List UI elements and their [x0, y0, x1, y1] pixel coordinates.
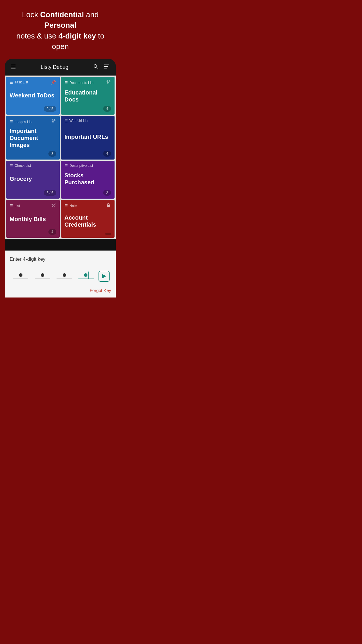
card-type: ☰ Note [64, 204, 77, 208]
card-badge: 3 [48, 151, 56, 157]
list-icon: ☰ [10, 164, 13, 168]
pin-dot-1 [19, 273, 22, 277]
card-documents-list[interactable]: ☰ Documents List Educational Docs 4 [61, 77, 115, 115]
hero-text: Lock Confidential and Personalnotes & us… [0, 0, 121, 59]
card-header: ☰ Documents List [64, 80, 111, 86]
pin-underline-1 [13, 279, 28, 279]
pin-submit-button[interactable] [97, 269, 111, 283]
card-badge [105, 233, 111, 235]
card-title: Stocks Purchased [64, 168, 111, 190]
card-type: ☰ Documents List [64, 80, 94, 85]
list-icon: ☰ [10, 204, 13, 208]
list-icon: ☰ [64, 119, 68, 123]
card-monthly-bills[interactable]: ☰ List Monthly Bills 4 [6, 200, 60, 238]
list-icon: ☰ [10, 80, 13, 85]
overlay-dim [5, 239, 116, 251]
card-header: ☰ Web Url List [64, 119, 111, 123]
svg-point-0 [94, 64, 97, 67]
card-type: ☰ Images List [10, 120, 32, 124]
card-badge: 4 [103, 151, 111, 157]
card-type: ☰ Task List [10, 80, 28, 85]
pin-field-4[interactable] [75, 273, 97, 279]
svg-rect-6 [107, 205, 110, 207]
card-header: ☰ Descriptive List [64, 164, 111, 168]
card-images-list[interactable]: ☰ Images List Important Document Images … [6, 116, 60, 160]
pin-underline-2 [35, 279, 50, 279]
search-icon[interactable] [92, 62, 100, 72]
list-icon: ☰ [64, 164, 68, 168]
card-title: Important Document Images [10, 125, 56, 151]
card-title: Grocery [10, 168, 56, 190]
list-icon: ☰ [64, 204, 68, 208]
card-type: ☰ Descriptive List [64, 164, 93, 168]
pin-row [10, 269, 111, 283]
pin-field-1[interactable] [10, 273, 31, 279]
list-icon: ☰ [64, 80, 68, 85]
card-type: ☰ Web Url List [64, 119, 88, 123]
fingerprint-icon [51, 119, 56, 125]
card-title: Monthly Bills [10, 209, 56, 229]
lock-icon [106, 203, 111, 209]
card-header: ☰ Task List 📌 [10, 80, 56, 85]
card-header: ☰ Images List [10, 119, 56, 125]
card-header: ☰ List [10, 203, 56, 209]
card-badge: 2 / 5 [44, 106, 56, 112]
alarm-icon [51, 203, 56, 209]
card-badge: 3 / 6 [44, 190, 56, 196]
card-header: ☰ Check List [10, 164, 56, 168]
pin-field-2[interactable] [31, 273, 53, 279]
phone-frame: ☰ Listy Debug ☰ Task List 📌 Weekend ToDo… [5, 59, 116, 298]
svg-marker-8 [102, 274, 106, 278]
fingerprint-icon [106, 80, 111, 86]
card-header: ☰ Note [64, 203, 111, 209]
card-title: Weekend ToDos [10, 85, 56, 106]
card-task-list[interactable]: ☰ Task List 📌 Weekend ToDos 2 / 5 [6, 77, 60, 115]
sort-icon[interactable] [102, 62, 111, 72]
card-check-list[interactable]: ☰ Check List Grocery 3 / 6 [6, 161, 60, 199]
forgot-key-button[interactable]: Forgot Key [10, 288, 111, 293]
app-title: Listy Debug [17, 64, 92, 70]
svg-line-1 [97, 67, 98, 69]
pin-dot-3 [63, 273, 66, 277]
pin-icon: 📌 [50, 80, 56, 85]
pin-dot-2 [41, 273, 44, 277]
list-icon: ☰ [10, 120, 13, 124]
card-descriptive-list[interactable]: ☰ Descriptive List Stocks Purchased 2 [61, 161, 115, 199]
card-grid: ☰ Task List 📌 Weekend ToDos 2 / 5 ☰ Docu… [5, 76, 116, 239]
app-bar: ☰ Listy Debug [5, 59, 116, 76]
pin-underline-4 [78, 279, 94, 279]
card-title: Educational Docs [64, 86, 111, 106]
pin-label: Enter 4-digit key [10, 256, 111, 262]
card-title: Account Credentials [64, 209, 111, 233]
card-badge: 2 [103, 190, 111, 196]
card-title: Important URLs [64, 123, 111, 151]
card-badge: 4 [48, 229, 56, 235]
card-badge: 4 [103, 106, 111, 112]
menu-icon[interactable]: ☰ [10, 62, 17, 72]
pin-underline-3 [57, 279, 72, 279]
pin-field-3[interactable] [53, 273, 75, 279]
pin-dot-4 [84, 273, 87, 277]
card-account-credentials[interactable]: ☰ Note Account Credentials [61, 200, 115, 238]
card-type: ☰ Check List [10, 164, 31, 168]
pin-entry-sheet: Enter 4-digit key [5, 251, 116, 298]
pin-cursor [88, 272, 89, 279]
card-weburl-list[interactable]: ☰ Web Url List Important URLs 4 [61, 116, 115, 160]
card-type: ☰ List [10, 204, 20, 208]
